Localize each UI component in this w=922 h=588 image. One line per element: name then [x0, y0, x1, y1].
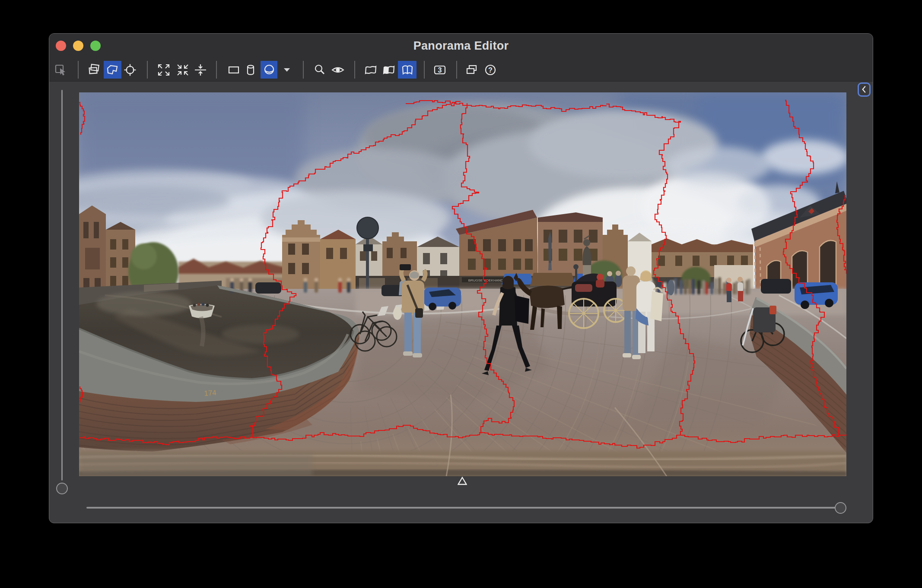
- svg-text:3: 3: [438, 66, 442, 74]
- svg-text:BRUGSE BOEKHANDEL: BRUGSE BOEKHANDEL: [468, 278, 508, 282]
- svg-text:?: ?: [488, 66, 493, 74]
- svg-text:174: 174: [204, 389, 217, 398]
